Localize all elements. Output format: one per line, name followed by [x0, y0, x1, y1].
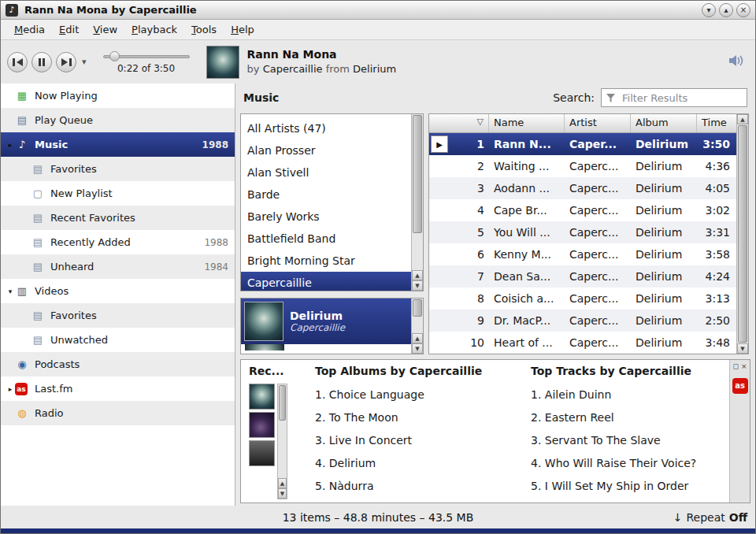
column-time[interactable]: Time [697, 114, 736, 132]
sidebar-item-music-favorites[interactable]: ▤ Favorites [1, 157, 235, 181]
menu-playback[interactable]: Playback [124, 21, 184, 38]
sidebar-item-new-playlist[interactable]: ▢ New Playlist [1, 181, 235, 206]
scroll-up-icon[interactable]: ▲ [737, 114, 748, 124]
scrollbar-thumb[interactable] [738, 125, 747, 343]
maximize-button[interactable]: ▴ [719, 3, 733, 17]
music-expander-icon[interactable]: ▸ [6, 141, 15, 149]
recommended-album-art[interactable] [249, 440, 275, 466]
album-scrollbar[interactable]: ▲ ▼ [411, 299, 423, 354]
sort-indicator-icon[interactable]: ▽ [429, 114, 489, 132]
track-row[interactable]: 7 Dean Sa... Caperc... Delirium 4:24 [429, 265, 736, 287]
sidebar-item-unheard[interactable]: ▤ Unheard 1984 [1, 254, 235, 279]
sidebar-item-unwatched[interactable]: ▤ Unwatched [1, 328, 235, 352]
seek-slider-thumb[interactable] [109, 51, 120, 61]
column-name[interactable]: Name [489, 114, 565, 132]
smart-playlist-icon: ▤ [31, 261, 45, 273]
top-track-item[interactable]: 3. Servant To The Slave [531, 429, 729, 452]
menu-tools[interactable]: Tools [184, 21, 224, 38]
track-row[interactable]: 2 Waiting ... Caperc... Delirium 4:36 [429, 155, 736, 177]
album-item-selected[interactable]: Delirium Capercaillie [241, 299, 411, 344]
playback-options-chevron-icon[interactable]: ▾ [80, 57, 88, 67]
scrollbar-thumb[interactable] [413, 299, 422, 317]
artist-item[interactable]: Alan Stivell [241, 161, 411, 184]
track-row[interactable]: 10 Heart of ... Caperc... Delirium 3:48 [429, 332, 736, 354]
sidebar-item-radio[interactable]: ◍ Radio [1, 401, 235, 425]
track-scrollbar[interactable]: ▲ ▼ [736, 114, 748, 354]
artist-scrollbar[interactable]: ▲ ▼ [411, 114, 423, 291]
artist-item[interactable]: Barely Works [241, 206, 411, 228]
sidebar-item-now-playing[interactable]: ▦ Now Playing [1, 83, 235, 108]
top-track-item[interactable]: 2. Eastern Reel [531, 406, 729, 429]
menu-help[interactable]: Help [224, 21, 261, 38]
sidebar-item-podcasts[interactable]: ◉ Podcasts [1, 352, 235, 376]
sidebar-item-music[interactable]: ▸ ♪ Music 1988 [1, 132, 235, 157]
top-album-item[interactable]: 5. Nàdurra [315, 475, 513, 498]
unheard-count: 1984 [204, 261, 228, 273]
scroll-down-icon[interactable]: ▼ [412, 343, 423, 354]
top-album-item[interactable]: 1. Choice Language [315, 384, 513, 406]
scroll-up-icon[interactable]: ▲ [278, 478, 287, 488]
scroll-up-icon[interactable]: ▲ [412, 270, 423, 280]
track-row[interactable]: ▶1 Rann N... Caper... Delirium 3:50 [429, 133, 736, 155]
track-list: ▽ Name Artist Album Time ▶1 Rann N... Ca… [428, 113, 749, 354]
top-tracks-header: Top Tracks by Capercaillie [531, 365, 729, 377]
smart-playlist-icon: ▤ [31, 163, 45, 175]
top-track-item[interactable]: 1. Ailein Duinn [531, 384, 729, 406]
search-input[interactable] [601, 88, 747, 107]
minimize-button[interactable]: ▾ [702, 3, 716, 17]
track-row[interactable]: 8 Coisich a... Caperc... Delirium 3:13 [429, 287, 736, 310]
close-button[interactable]: × [736, 3, 750, 17]
artist-item[interactable]: Battlefield Band [241, 228, 411, 250]
artist-item[interactable]: All Artists (47) [241, 117, 411, 139]
column-album[interactable]: Album [631, 114, 697, 132]
top-album-item[interactable]: 2. To The Moon [315, 406, 513, 429]
window-title: Rann Na Mona by Capercaillie [23, 4, 702, 16]
scrollbar-thumb[interactable] [279, 385, 286, 421]
sidebar-item-videos-favorites[interactable]: ▤ Favorites [1, 303, 235, 328]
context-close-icon[interactable]: × [741, 362, 747, 370]
scroll-down-icon[interactable]: ▼ [278, 488, 287, 499]
context-restore-icon[interactable]: ◻ [732, 362, 738, 370]
lastfm-expander-icon[interactable]: ▸ [6, 385, 15, 393]
recommended-album-art[interactable] [249, 412, 275, 438]
next-button[interactable] [56, 52, 76, 72]
scrollbar-thumb[interactable] [413, 115, 422, 233]
menu-media[interactable]: Media [7, 21, 52, 38]
menu-edit[interactable]: Edit [52, 21, 86, 38]
now-playing-artist: Capercaillie [263, 63, 323, 75]
top-track-item[interactable]: 4. Who Will Raise Their Voice? [531, 452, 729, 475]
title-bar[interactable]: ♪ Rann Na Mona by Capercaillie ▾ ▴ × [1, 1, 755, 20]
sidebar-item-recent-favorites[interactable]: ▤ Recent Favorites [1, 206, 235, 230]
track-row[interactable]: 4 Cape Br... Caperc... Delirium 3:02 [429, 199, 736, 221]
sidebar-item-lastfm[interactable]: ▸ as Last.fm [1, 376, 235, 401]
recommended-scrollbar[interactable]: ▲ ▼ [277, 384, 287, 499]
previous-button[interactable] [7, 52, 28, 72]
repeat-toggle[interactable]: ↓ Repeat Off [673, 511, 747, 524]
track-row[interactable]: 5 You Will ... Caperc... Delirium 3:31 [429, 221, 736, 243]
scroll-down-icon[interactable]: ▼ [412, 280, 423, 291]
volume-button[interactable] [728, 54, 746, 70]
column-artist[interactable]: Artist [565, 114, 631, 132]
pause-button[interactable] [32, 52, 52, 72]
top-album-item[interactable]: 3. Live In Concert [315, 429, 513, 452]
artist-item-selected[interactable]: Capercaillie [241, 272, 411, 291]
artist-item[interactable]: Barde [241, 184, 411, 206]
track-row[interactable]: 9 Dr. MacP... Caperc... Delirium 2:50 [429, 310, 736, 332]
scroll-down-icon[interactable]: ▼ [737, 343, 748, 354]
track-row[interactable]: 3 Aodann ... Caperc... Delirium 4:05 [429, 177, 736, 199]
videos-expander-icon[interactable]: ▾ [6, 287, 15, 295]
sidebar-item-videos[interactable]: ▾ ▥ Videos [1, 279, 235, 303]
lastfm-tab-icon[interactable]: as [732, 378, 748, 394]
seek-slider[interactable] [103, 50, 190, 61]
artist-item[interactable]: Alan Prosser [241, 139, 411, 161]
top-album-item[interactable]: 4. Delirium [315, 452, 513, 475]
artist-item[interactable]: Bright Morning Star [241, 250, 411, 272]
desktop-panel-strip [1, 528, 755, 533]
sidebar-item-play-queue[interactable]: ▤ Play Queue [1, 108, 235, 132]
menu-view[interactable]: View [86, 21, 124, 38]
sidebar-item-recently-added[interactable]: ▤ Recently Added 1988 [1, 230, 235, 254]
track-row[interactable]: 6 Kenny M... Caperc... Delirium 3:58 [429, 243, 736, 265]
scroll-up-icon[interactable]: ▲ [412, 333, 423, 343]
recommended-album-art[interactable] [249, 384, 275, 410]
top-track-item[interactable]: 5. I Will Set My Ship in Order [531, 475, 729, 498]
